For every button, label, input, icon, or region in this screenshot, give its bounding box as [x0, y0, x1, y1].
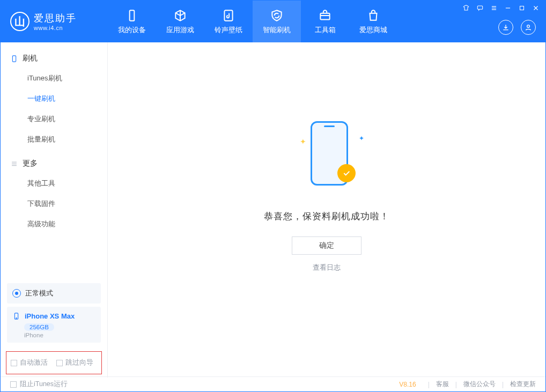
- toolbox-icon: [318, 9, 332, 23]
- device-icon: [125, 9, 139, 23]
- tab-label: 爱思商城: [359, 26, 387, 35]
- brand-url: www.i4.cn: [34, 25, 77, 31]
- refresh-shield-icon: [270, 9, 284, 23]
- user-button[interactable]: [521, 20, 536, 35]
- checkbox-label: 跳过向导: [65, 358, 93, 367]
- device-capacity-badge: 256GB: [24, 323, 54, 331]
- bag-icon: [366, 9, 380, 23]
- svg-rect-6: [12, 55, 16, 61]
- close-button[interactable]: [529, 3, 542, 13]
- options-highlight: 自动激活 跳过向导: [6, 351, 102, 374]
- checkbox-icon: [11, 360, 17, 366]
- skip-wizard-checkbox[interactable]: 跳过向导: [56, 358, 93, 367]
- support-link[interactable]: 客服: [436, 380, 449, 389]
- success-badge-icon: [337, 164, 356, 182]
- main-content: ✦ ✦ 恭喜您，保资料刷机成功啦！ 确定 查看日志: [108, 42, 545, 378]
- sparkle-icon: ✦: [300, 137, 306, 146]
- checkbox-label: 自动激活: [20, 358, 48, 367]
- tab-smart-flash[interactable]: 智能刷机: [253, 1, 301, 42]
- download-button[interactable]: [498, 20, 513, 35]
- svg-point-3: [527, 25, 530, 28]
- main-tabs: 我的设备 应用游戏 铃声壁纸 智能刷机 工具箱 爱思商城: [108, 1, 397, 42]
- check-icon: [342, 169, 351, 177]
- speech-icon: [476, 4, 484, 12]
- tab-label: 智能刷机: [263, 26, 291, 35]
- sidebar-group-more: 更多: [1, 154, 107, 173]
- tab-apps-games[interactable]: 应用游戏: [156, 1, 204, 42]
- sparkle-icon: ✦: [359, 135, 364, 142]
- menu-icon: [490, 4, 498, 12]
- user-icon: [524, 23, 533, 32]
- device-mode-text: 正常模式: [25, 289, 53, 298]
- maximize-icon: [518, 4, 526, 12]
- close-icon: [532, 4, 540, 12]
- version-text: V8.16: [399, 381, 416, 388]
- block-itunes-checkbox[interactable]: 阻止iTunes运行: [10, 380, 68, 389]
- tab-label: 应用游戏: [166, 26, 194, 35]
- menu-button[interactable]: [488, 3, 500, 13]
- group-title-text: 刷机: [23, 54, 38, 63]
- device-mode-card[interactable]: 正常模式: [7, 283, 101, 304]
- tab-label: 铃声壁纸: [215, 26, 242, 35]
- checkbox-label: 阻止iTunes运行: [20, 380, 68, 389]
- device-info-card[interactable]: iPhone XS Max 256GB iPhone: [7, 307, 101, 343]
- sidebar-item-other-tools[interactable]: 其他工具: [1, 173, 107, 194]
- sidebar-item-pro-flash[interactable]: 专业刷机: [1, 109, 107, 129]
- tab-label: 工具箱: [315, 26, 336, 35]
- sidebar-item-itunes-flash[interactable]: iTunes刷机: [1, 68, 107, 88]
- sidebar: 刷机 iTunes刷机 一键刷机 专业刷机 批量刷机 更多 其他工具 下载固件 …: [1, 42, 108, 378]
- tab-my-device[interactable]: 我的设备: [108, 1, 156, 42]
- svg-rect-1: [224, 10, 232, 21]
- header-right-actions: [498, 20, 536, 35]
- wechat-link[interactable]: 微信公众号: [463, 380, 496, 389]
- svg-rect-5: [520, 6, 524, 10]
- sidebar-item-download-firmware[interactable]: 下载固件: [1, 194, 107, 214]
- maximize-button[interactable]: [515, 3, 528, 13]
- status-dot-icon: [12, 289, 21, 298]
- tab-toolbox[interactable]: 工具箱: [301, 1, 349, 42]
- success-illustration: ✦ ✦: [278, 116, 375, 196]
- group-title-text: 更多: [23, 159, 38, 168]
- theme-button[interactable]: [460, 3, 473, 13]
- device-subtype-text: iPhone: [24, 332, 95, 338]
- sidebar-item-advanced[interactable]: 高级功能: [1, 214, 107, 234]
- minimize-button[interactable]: [501, 3, 514, 13]
- svg-rect-0: [130, 10, 135, 21]
- header: 山 爱思助手 www.i4.cn 我的设备 应用游戏 铃声壁纸 智能刷机 工具箱: [1, 1, 545, 42]
- success-message: 恭喜您，保资料刷机成功啦！: [264, 210, 389, 223]
- music-file-icon: [222, 9, 235, 23]
- sidebar-item-one-click-flash[interactable]: 一键刷机: [1, 88, 107, 109]
- device-name-text: iPhone XS Max: [25, 312, 75, 320]
- view-log-link[interactable]: 查看日志: [313, 263, 341, 272]
- ok-button[interactable]: 确定: [292, 236, 361, 255]
- auto-activate-checkbox[interactable]: 自动激活: [11, 358, 48, 367]
- brand-logo-icon: 山: [10, 12, 29, 31]
- svg-point-8: [16, 318, 17, 319]
- sidebar-group-flash: 刷机: [1, 49, 107, 68]
- feedback-button[interactable]: [474, 3, 486, 13]
- brand: 山 爱思助手 www.i4.cn: [1, 1, 108, 42]
- minimize-icon: [504, 4, 512, 12]
- tab-ringtones-wallpapers[interactable]: 铃声壁纸: [204, 1, 253, 42]
- footer: 阻止iTunes运行 V8.16 | 客服 | 微信公众号 | 检查更新: [1, 376, 545, 391]
- device-phone-icon: [12, 312, 20, 320]
- checkbox-icon: [56, 360, 63, 366]
- check-update-link[interactable]: 检查更新: [510, 380, 536, 389]
- svg-rect-2: [320, 13, 329, 19]
- list-icon: [10, 160, 18, 168]
- download-icon: [501, 23, 510, 32]
- brand-name: 爱思助手: [34, 12, 77, 25]
- svg-rect-4: [477, 6, 482, 9]
- checkbox-icon: [10, 381, 17, 388]
- shirt-icon: [462, 4, 470, 12]
- window-controls: [460, 3, 542, 13]
- tab-label: 我的设备: [118, 26, 146, 35]
- cube-icon: [173, 9, 187, 23]
- phone-icon: [10, 55, 18, 63]
- sidebar-item-batch-flash[interactable]: 批量刷机: [1, 129, 107, 150]
- tab-store[interactable]: 爱思商城: [349, 1, 397, 42]
